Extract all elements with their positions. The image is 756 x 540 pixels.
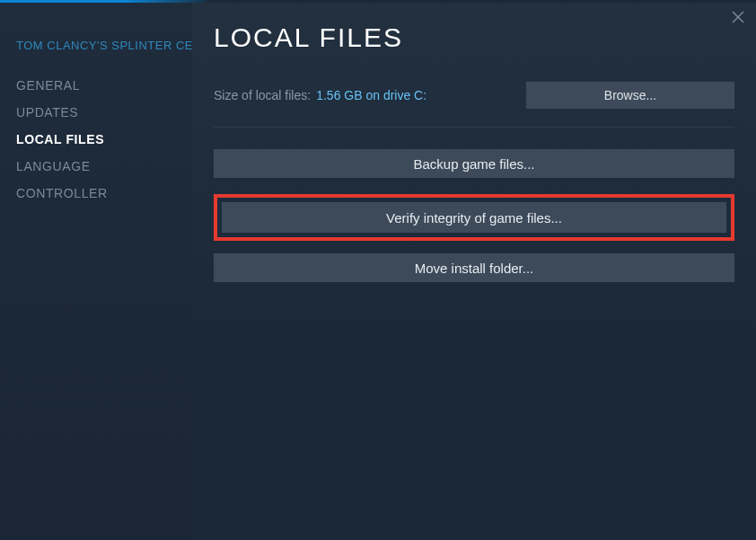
- browse-button[interactable]: Browse...: [526, 82, 734, 109]
- window-container: TOM CLANCY'S SPLINTER CELL GENERAL UPDAT…: [0, 3, 756, 540]
- move-button-label: Move install folder...: [415, 261, 534, 276]
- highlight-annotation: Verify integrity of game files...: [214, 194, 734, 241]
- sidebar: TOM CLANCY'S SPLINTER CELL GENERAL UPDAT…: [0, 3, 192, 540]
- sidebar-item-local-files[interactable]: LOCAL FILES: [0, 126, 192, 153]
- browse-button-label: Browse...: [604, 88, 656, 102]
- game-title: TOM CLANCY'S SPLINTER CELL: [0, 39, 192, 72]
- main-panel: LOCAL FILES Size of local files: 1.56 GB…: [192, 3, 756, 540]
- divider: [214, 127, 734, 128]
- size-row: Size of local files: 1.56 GB on drive C:…: [214, 82, 734, 109]
- size-value-link[interactable]: 1.56 GB on drive C:: [316, 88, 426, 102]
- page-title: LOCAL FILES: [214, 22, 734, 53]
- sidebar-item-updates[interactable]: UPDATES: [0, 99, 192, 126]
- sidebar-item-label: GENERAL: [16, 78, 80, 93]
- size-label: Size of local files:: [214, 88, 311, 102]
- sidebar-item-label: UPDATES: [16, 105, 78, 120]
- backup-button-label: Backup game files...: [413, 156, 534, 172]
- sidebar-item-general[interactable]: GENERAL: [0, 72, 192, 99]
- sidebar-nav: GENERAL UPDATES LOCAL FILES LANGUAGE CON…: [0, 72, 192, 207]
- backup-game-files-button[interactable]: Backup game files...: [214, 149, 734, 178]
- sidebar-item-label: CONTROLLER: [16, 186, 108, 200]
- close-icon: [732, 11, 744, 27]
- sidebar-item-label: LOCAL FILES: [16, 132, 104, 146]
- sidebar-item-controller[interactable]: CONTROLLER: [0, 180, 192, 207]
- sidebar-item-label: LANGUAGE: [16, 159, 91, 173]
- sidebar-item-language[interactable]: LANGUAGE: [0, 153, 192, 180]
- verify-button-label: Verify integrity of game files...: [386, 210, 562, 226]
- verify-integrity-button[interactable]: Verify integrity of game files...: [222, 202, 726, 233]
- move-install-folder-button[interactable]: Move install folder...: [214, 253, 734, 282]
- close-button[interactable]: [729, 10, 747, 28]
